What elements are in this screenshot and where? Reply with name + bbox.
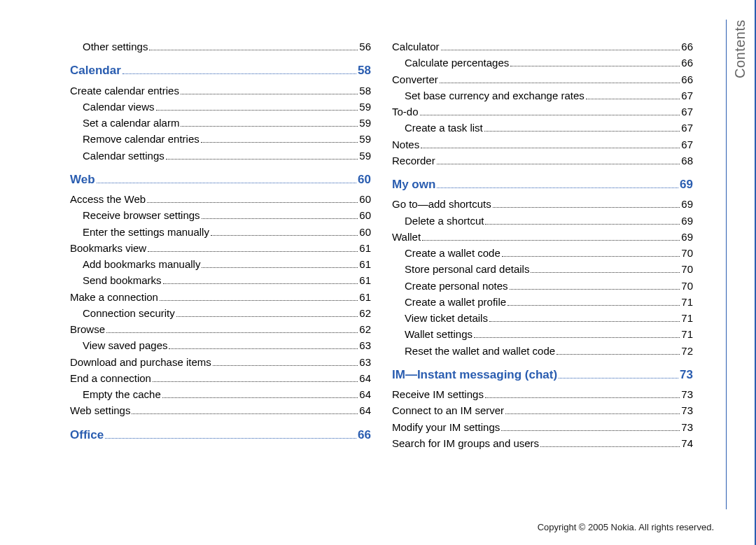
toc-chapter[interactable]: Office66: [70, 426, 371, 444]
toc-entry[interactable]: To-do67: [392, 104, 693, 120]
toc-page-number: 64: [359, 386, 371, 402]
toc-page-number: 69: [680, 176, 693, 194]
toc-entry[interactable]: Create a wallet code70: [392, 245, 693, 261]
toc-label: Create a wallet profile: [405, 294, 506, 310]
toc-entry[interactable]: Delete a shortcut69: [392, 213, 693, 229]
toc-page-number: 60: [359, 207, 371, 223]
toc-page-number: 62: [359, 305, 371, 321]
toc-page-number: 64: [359, 402, 371, 418]
toc-leader-dots: [149, 50, 358, 50]
toc-page-number: 67: [681, 104, 693, 120]
toc-page-number: 61: [359, 240, 371, 256]
toc-label: Reset the wallet and wallet code: [405, 343, 555, 359]
toc-leader-dots: [122, 73, 356, 74]
toc-entry[interactable]: Store personal card details70: [392, 261, 693, 277]
toc-leader-dots: [441, 50, 680, 50]
toc-leader-dots: [505, 413, 680, 414]
toc-leader-dots: [147, 202, 358, 203]
toc-entry[interactable]: Create calendar entries58: [70, 83, 371, 99]
toc-leader-dots: [160, 300, 358, 301]
toc-entry[interactable]: Add bookmarks manually61: [70, 256, 371, 272]
toc-entry[interactable]: Create personal notes70: [392, 278, 693, 294]
toc-entry[interactable]: Bookmarks view61: [70, 240, 371, 256]
toc-page-number: 73: [681, 402, 693, 418]
toc-leader-dots: [181, 94, 358, 94]
toc-entry[interactable]: Notes67: [392, 136, 693, 153]
toc-leader-dots: [485, 224, 680, 225]
toc-entry[interactable]: Make a connection61: [70, 289, 371, 305]
toc-entry[interactable]: Browse62: [70, 321, 371, 337]
toc-entry[interactable]: Reset the wallet and wallet code72: [392, 343, 693, 359]
toc-page-number: 63: [359, 337, 371, 353]
toc-leader-dots: [421, 148, 680, 148]
toc-page-number: 60: [359, 191, 371, 207]
toc-entry[interactable]: Converter66: [392, 71, 693, 87]
toc-entry[interactable]: Modify your IM settings73: [392, 419, 693, 435]
toc-label: Wallet settings: [405, 326, 472, 342]
toc-leader-dots: [420, 115, 680, 115]
toc-entry[interactable]: Web settings64: [70, 402, 371, 418]
toc-chapter[interactable]: IM—Instant messaging (chat)73: [392, 366, 693, 384]
toc-entry[interactable]: Receive IM settings73: [392, 386, 693, 402]
toc-entry[interactable]: Set a calendar alarm59: [70, 115, 371, 131]
toc-leader-dots: [440, 83, 680, 83]
toc-entry[interactable]: Calculate percentages66: [392, 55, 693, 71]
toc-entry[interactable]: View saved pages63: [70, 337, 371, 353]
toc-entry[interactable]: Send bookmarks61: [70, 272, 371, 288]
toc-entry[interactable]: Set base currency and exchange rates67: [392, 87, 693, 104]
toc-page-number: 59: [359, 131, 371, 147]
toc-leader-dots: [501, 430, 680, 431]
toc-label: Create personal notes: [405, 278, 508, 294]
toc-entry[interactable]: Calendar views59: [70, 99, 371, 115]
toc-entry[interactable]: Calendar settings59: [70, 148, 371, 164]
toc-label: Office: [70, 426, 104, 444]
toc-entry[interactable]: Wallet69: [392, 229, 693, 245]
toc-entry[interactable]: Connection security62: [70, 305, 371, 321]
toc-entry[interactable]: View ticket details71: [392, 310, 693, 326]
toc-entry[interactable]: Wallet settings71: [392, 326, 693, 342]
toc-label: Set a calendar alarm: [83, 115, 179, 131]
toc-entry[interactable]: Receive browser settings60: [70, 207, 371, 223]
toc-entry[interactable]: Search for IM groups and users74: [392, 435, 693, 451]
toc-leader-dots: [540, 446, 680, 447]
toc-page-number: 73: [680, 366, 693, 384]
toc-label: Store personal card details: [405, 261, 529, 277]
toc-chapter[interactable]: My own69: [392, 176, 693, 194]
toc-entry[interactable]: End a connection64: [70, 370, 371, 386]
toc-label: Enter the settings manually: [83, 224, 209, 240]
toc-label: My own: [392, 176, 435, 194]
toc-page-number: 62: [359, 321, 371, 337]
toc-entry[interactable]: Remove calendar entries59: [70, 131, 371, 147]
toc-entry[interactable]: Create a task list67: [392, 120, 693, 136]
toc-entry[interactable]: Connect to an IM server73: [392, 402, 693, 418]
toc-leader-dots: [510, 289, 680, 290]
toc-label: Notes: [392, 136, 419, 153]
toc-chapter[interactable]: Calendar58: [70, 62, 371, 80]
side-tab-label: Contents: [732, 20, 748, 78]
toc-entry[interactable]: Enter the settings manually60: [70, 224, 371, 240]
toc-entry[interactable]: Download and purchase items63: [70, 354, 371, 370]
side-tab-rule: [726, 20, 727, 509]
toc-entry[interactable]: Go to—add shortcuts69: [392, 196, 693, 212]
toc-entry[interactable]: Recorder68: [392, 153, 693, 169]
toc-page-number: 61: [359, 256, 371, 272]
toc-leader-dots: [132, 413, 358, 414]
toc-page-number: 67: [681, 136, 693, 153]
toc-page-number: 64: [359, 370, 371, 386]
toc-leader-dots: [105, 438, 356, 439]
toc-entry[interactable]: Calculator66: [392, 38, 693, 55]
contents-page: Other settings56Calendar58Create calenda…: [70, 38, 721, 528]
toc-leader-dots: [148, 251, 358, 252]
toc-page-number: 74: [681, 435, 693, 451]
toc-chapter[interactable]: Web60: [70, 171, 371, 189]
toc-entry[interactable]: Access the Web60: [70, 191, 371, 207]
toc-entry[interactable]: Empty the cache64: [70, 386, 371, 402]
toc-label: Access the Web: [70, 191, 146, 207]
toc-page-number: 71: [681, 294, 693, 310]
toc-entry[interactable]: Other settings56: [70, 38, 371, 55]
toc-entry[interactable]: Create a wallet profile71: [392, 294, 693, 310]
toc-page-number: 59: [359, 99, 371, 115]
toc-page-number: 73: [681, 386, 693, 402]
toc-page-number: 66: [681, 38, 693, 55]
toc-label: Create calendar entries: [70, 83, 179, 99]
